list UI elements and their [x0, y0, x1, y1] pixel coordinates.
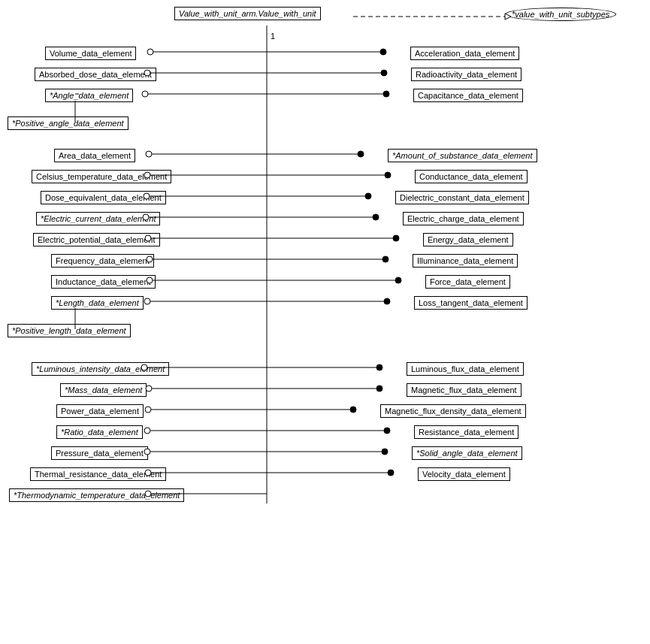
- node-dielectric: Dielectric_constant_data_element: [395, 191, 529, 204]
- node-magnetic-flux: Magnetic_flux_data_element: [407, 383, 522, 397]
- node-dose: Dose_equivalent_data_element: [41, 191, 166, 204]
- svg-point-25: [144, 298, 150, 304]
- node-illuminance: Illuminance_data_element: [413, 254, 518, 268]
- node-angle: *Angle_data_element: [45, 89, 133, 102]
- oval-node: *value_with_unit_subtypes: [505, 8, 616, 21]
- node-radioactivity: Radioactivity_data_element: [411, 68, 522, 81]
- node-electric-pot: Electric_potential_data_element: [33, 233, 160, 246]
- svg-point-46: [383, 91, 389, 97]
- node-celsius: Celsius_temperature_data_element: [32, 170, 171, 183]
- node-volume: Volume_data_element: [45, 47, 136, 60]
- node-velocity: Velocity_data_element: [418, 467, 510, 481]
- node-energy: Energy_data_element: [423, 233, 513, 246]
- svg-point-72: [382, 449, 388, 455]
- svg-point-70: [384, 428, 390, 434]
- node-pos-angle: *Positive_angle_data_element: [8, 116, 128, 130]
- node-pressure: Pressure_data_element: [51, 446, 148, 460]
- svg-point-68: [350, 407, 356, 413]
- central-node: Value_with_unit_arm.Value_with_unit: [174, 7, 321, 20]
- node-loss-tangent: Loss_tangent_data_element: [414, 296, 528, 310]
- node-pos-length: *Positive_length_data_element: [8, 324, 131, 337]
- svg-point-11: [146, 151, 152, 157]
- node-resistance: Resistance_data_element: [414, 425, 518, 439]
- svg-point-64: [376, 364, 382, 370]
- node-amount: *Amount_of_substance_data_element: [388, 149, 537, 162]
- node-thermal: Thermal_resistance_data_element: [30, 467, 166, 481]
- svg-point-62: [384, 298, 390, 304]
- node-electric-cur: *Electric_current_data_element: [36, 212, 160, 225]
- node-area: Area_data_element: [54, 149, 135, 162]
- node-mass: *Mass_data_element: [60, 383, 147, 397]
- node-solid-angle: *Solid_angle_data_element: [412, 446, 522, 460]
- node-electric-chg: Electric_charge_data_element: [403, 212, 524, 225]
- svg-point-7: [142, 91, 148, 97]
- svg-point-54: [373, 214, 379, 220]
- node-force: Force_data_element: [425, 275, 510, 289]
- node-thermodynamic: *Thermodynamic_temperature_data_element: [9, 488, 184, 502]
- node-frequency: Frequency_data_element: [51, 254, 154, 268]
- svg-point-52: [365, 193, 371, 199]
- node-magnetic-flux-d: Magnetic_flux_density_data_element: [380, 404, 526, 418]
- svg-point-44: [381, 70, 387, 76]
- svg-point-56: [393, 235, 399, 241]
- svg-point-74: [388, 470, 394, 476]
- svg-point-60: [395, 277, 401, 283]
- node-inductance: Inductance_data_element: [51, 275, 156, 289]
- svg-point-66: [376, 385, 382, 392]
- node-ratio: *Ratio_data_element: [56, 425, 143, 439]
- node-luminous-int: *Luminous_intensity_data_element: [32, 362, 169, 376]
- svg-point-34: [144, 428, 150, 434]
- svg-text:1: 1: [271, 32, 275, 41]
- diagram-container: Value_with_unit_arm.Value_with_unit *val…: [0, 0, 650, 644]
- svg-point-48: [358, 151, 364, 157]
- svg-point-3: [147, 49, 153, 55]
- svg-point-32: [145, 407, 151, 413]
- node-absorbed: Absorbed_dose_data_element: [35, 68, 156, 81]
- node-luminous-flux: Luminous_flux_data_element: [407, 362, 524, 376]
- svg-point-50: [385, 172, 391, 178]
- node-capacitance: Capacitance_data_element: [413, 89, 523, 102]
- node-length: *Length_data_element: [51, 296, 144, 310]
- node-conductance: Conductance_data_element: [415, 170, 528, 183]
- svg-point-58: [382, 256, 388, 262]
- svg-point-42: [380, 49, 386, 55]
- node-acceleration: Acceleration_data_element: [410, 47, 519, 60]
- node-power: Power_data_element: [56, 404, 144, 418]
